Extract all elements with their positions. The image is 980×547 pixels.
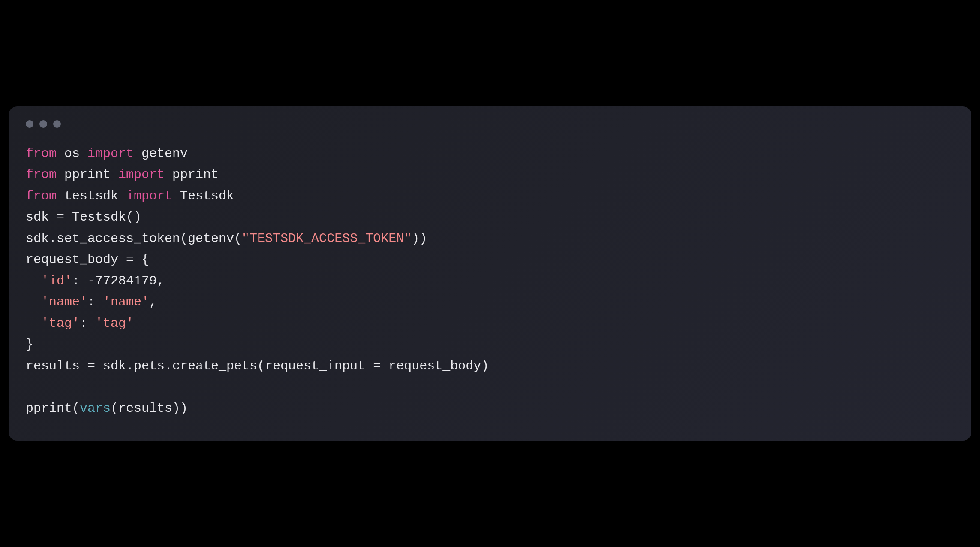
- code-token: [26, 295, 41, 309]
- code-token: Testsdk: [180, 189, 234, 203]
- code-token: from: [26, 146, 64, 161]
- minimize-dot[interactable]: [39, 120, 47, 128]
- code-token: 'id': [41, 274, 72, 288]
- code-token: }: [26, 337, 33, 352]
- close-dot[interactable]: [26, 120, 33, 128]
- code-token: pprint(: [26, 401, 80, 416]
- code-line: }: [26, 334, 954, 356]
- window-title-bar: [9, 106, 971, 135]
- code-token: pprint: [172, 167, 219, 182]
- code-token: 'name': [41, 295, 87, 309]
- code-token: 'tag': [95, 316, 134, 331]
- code-line: sdk.set_access_token(getenv("TESTSDK_ACC…: [26, 228, 954, 250]
- code-token: (results)): [111, 401, 188, 416]
- code-token: results = sdk.pets.create_pets(request_i…: [26, 359, 489, 373]
- code-line: 'id': -77284179,: [26, 271, 954, 292]
- code-token: :: [87, 295, 103, 309]
- code-token: vars: [80, 401, 111, 416]
- code-line: request_body = {: [26, 249, 954, 271]
- code-token: getenv: [141, 146, 188, 161]
- code-token: [26, 274, 41, 288]
- code-token: 'name': [103, 295, 149, 309]
- code-token: from: [26, 167, 64, 182]
- code-token: [26, 316, 41, 331]
- code-token: os: [64, 146, 87, 161]
- code-line: sdk = Testsdk(): [26, 207, 954, 228]
- code-line: results = sdk.pets.create_pets(request_i…: [26, 356, 954, 377]
- code-token: import: [118, 167, 172, 182]
- code-token: import: [87, 146, 141, 161]
- code-line: from os import getenv: [26, 143, 954, 165]
- code-line: [26, 377, 954, 398]
- code-line: pprint(vars(results)): [26, 398, 954, 420]
- code-token: 'tag': [41, 316, 80, 331]
- code-token: testsdk: [64, 189, 126, 203]
- code-token: "TESTSDK_ACCESS_TOKEN": [242, 231, 412, 246]
- code-token: from: [26, 189, 64, 203]
- code-token: : -77284179,: [72, 274, 165, 288]
- code-token: sdk.set_access_token(getenv(: [26, 231, 242, 246]
- code-token: ,: [149, 295, 157, 309]
- code-line: 'name': 'name',: [26, 292, 954, 313]
- code-token: request_body = {: [26, 252, 149, 267]
- code-token: )): [412, 231, 427, 246]
- code-content: from os import getenvfrom pprint import …: [9, 135, 971, 441]
- code-token: import: [126, 189, 180, 203]
- code-token: :: [80, 316, 95, 331]
- code-token: sdk = Testsdk(): [26, 210, 141, 224]
- code-line: from testsdk import Testsdk: [26, 186, 954, 207]
- code-token: pprint: [64, 167, 118, 182]
- code-window: from os import getenvfrom pprint import …: [9, 106, 971, 441]
- code-line: 'tag': 'tag': [26, 313, 954, 335]
- code-line: from pprint import pprint: [26, 164, 954, 186]
- maximize-dot[interactable]: [53, 120, 61, 128]
